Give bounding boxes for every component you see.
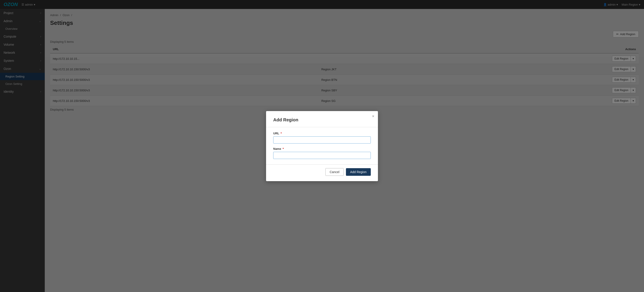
name-label: Name *	[273, 147, 371, 150]
url-required: *	[280, 132, 282, 135]
name-form-group: Name *	[273, 147, 371, 159]
modal-divider	[266, 127, 378, 127]
url-input[interactable]	[273, 136, 371, 144]
add-region-modal: × Add Region URL * Name * Cancel Add Reg…	[266, 111, 378, 181]
cancel-button[interactable]: Cancel	[325, 168, 344, 176]
modal-close-button[interactable]: ×	[372, 114, 374, 118]
modal-overlay[interactable]: × Add Region URL * Name * Cancel Add Reg…	[0, 0, 644, 292]
submit-button[interactable]: Add Region	[346, 168, 371, 176]
modal-title: Add Region	[273, 117, 371, 123]
modal-footer: Cancel Add Region	[266, 164, 378, 176]
url-form-group: URL *	[273, 132, 371, 144]
name-input[interactable]	[273, 152, 371, 159]
name-required: *	[282, 147, 284, 150]
url-label: URL *	[273, 132, 371, 135]
